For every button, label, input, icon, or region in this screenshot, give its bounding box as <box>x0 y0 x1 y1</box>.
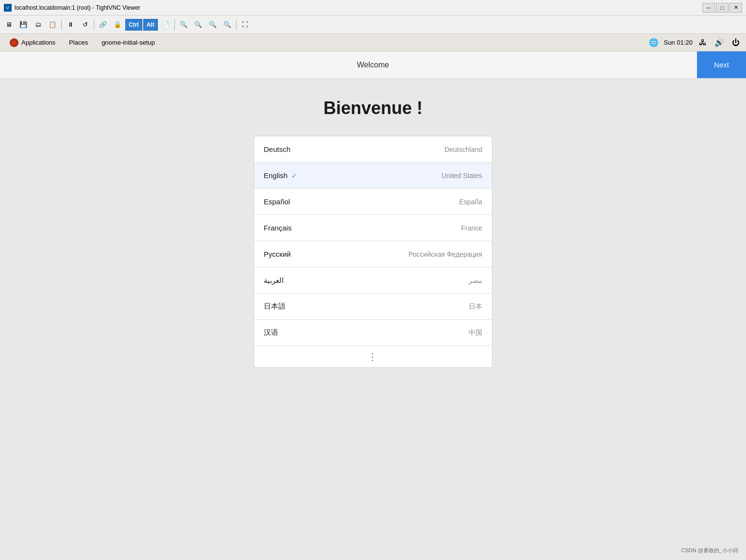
header-bar: Welcome Next <box>0 51 746 79</box>
toolbar-btn-1[interactable]: 🖥 <box>2 18 16 32</box>
menubar-right: 🌐 Sun 01:20 🖧 🔊 ⏻ <box>647 36 742 49</box>
language-row[interactable]: EspañolEspaña <box>254 189 492 215</box>
language-name: 日本語 <box>264 302 286 311</box>
places-label: Places <box>69 39 88 46</box>
language-list: DeutschDeutschlandEnglish ✓United States… <box>254 136 492 368</box>
zoom-in-button[interactable]: 🔍 <box>177 18 190 32</box>
language-name: English ✓ <box>264 171 297 180</box>
separator-4 <box>236 19 237 30</box>
language-region: España <box>459 198 482 206</box>
language-row[interactable]: РусскийРоссийская Федерация <box>254 241 492 267</box>
close-button[interactable]: ✕ <box>729 3 742 13</box>
menubar: Applications Places gnome-initial-setup … <box>0 34 746 51</box>
language-row[interactable]: FrançaisFrance <box>254 215 492 241</box>
globe-icon[interactable]: 🌐 <box>647 36 660 49</box>
language-row[interactable]: 日本語日本 <box>254 294 492 320</box>
separator-2 <box>94 19 94 30</box>
toolbar: 🖥 💾 🗂 📋 ⏸ ↺ 🔗 🔒 Ctrl Alt 📄 🔍 🔍 🔍 🔍 ⛶ <box>0 16 746 34</box>
header-title: Welcome <box>357 61 389 69</box>
language-name: Español <box>264 198 290 206</box>
zoom-out-button[interactable]: 🔍 <box>191 18 205 32</box>
refresh-button[interactable]: ↺ <box>78 18 92 32</box>
ctrl-button[interactable]: Ctrl <box>125 19 142 31</box>
language-region: United States <box>441 172 482 180</box>
next-button[interactable]: Next <box>697 51 746 78</box>
clipboard-button[interactable]: 📄 <box>159 18 172 32</box>
main-content: Bienvenue ! DeutschDeutschlandEnglish ✓U… <box>0 79 746 560</box>
watermark: CSDN @勇敢的_小小邱 <box>681 547 738 554</box>
fullscreen-button[interactable]: ⛶ <box>238 18 252 32</box>
window-title: localhost.localdomain:1 (root) - TightVN… <box>15 4 140 11</box>
welcome-heading: Bienvenue ! <box>323 98 423 118</box>
separator-3 <box>174 19 175 30</box>
volume-icon[interactable]: 🔊 <box>713 36 726 49</box>
language-region: Deutschland <box>444 146 482 153</box>
language-region: France <box>461 224 482 232</box>
inner-content: Welcome Next Bienvenue ! DeutschDeutschl… <box>0 51 746 560</box>
toolbar-btn-4[interactable]: 📋 <box>46 18 59 32</box>
maximize-button[interactable]: □ <box>716 3 729 13</box>
clock: Sun 01:20 <box>664 39 693 46</box>
places-menu[interactable]: Places <box>63 37 94 48</box>
language-name: Deutsch <box>264 145 290 153</box>
language-name: 汉语 <box>264 328 278 337</box>
title-bar: V localhost.localdomain:1 (root) - Tight… <box>0 0 746 16</box>
applications-label: Applications <box>21 39 55 46</box>
apps-icon <box>10 38 18 47</box>
pause-button[interactable]: ⏸ <box>64 18 77 32</box>
language-region: 中国 <box>469 329 482 337</box>
app-icon: V <box>4 4 12 12</box>
language-row[interactable]: DeutschDeutschland <box>254 136 492 163</box>
setup-label: gnome-initial-setup <box>102 39 155 46</box>
setup-menu[interactable]: gnome-initial-setup <box>96 37 161 48</box>
language-region: 日本 <box>469 302 482 311</box>
zoom-reset-button[interactable]: 🔍 <box>220 18 234 32</box>
language-region: Российская Федерация <box>408 250 482 258</box>
language-name: العربية <box>264 276 284 285</box>
link-button[interactable]: 🔗 <box>96 18 110 32</box>
vnc-window: V localhost.localdomain:1 (root) - Tight… <box>0 0 746 560</box>
lock-button[interactable]: 🔒 <box>111 18 124 32</box>
toolbar-btn-2[interactable]: 💾 <box>17 18 30 32</box>
language-name: Русский <box>264 250 291 258</box>
network-icon[interactable]: 🖧 <box>696 36 709 49</box>
language-row[interactable]: العربيةمصر <box>254 267 492 294</box>
language-region: مصر <box>469 277 482 284</box>
language-name: Français <box>264 224 292 232</box>
alt-button[interactable]: Alt <box>143 19 158 31</box>
power-icon[interactable]: ⏻ <box>729 36 742 49</box>
selected-checkmark: ✓ <box>291 172 297 180</box>
separator-1 <box>61 19 62 30</box>
toolbar-btn-3[interactable]: 🗂 <box>31 18 45 32</box>
language-row[interactable]: 汉语中国 <box>254 320 492 346</box>
zoom-fit-button[interactable]: 🔍 <box>206 18 220 32</box>
minimize-button[interactable]: ─ <box>702 3 715 13</box>
applications-menu[interactable]: Applications <box>4 36 61 49</box>
more-languages-button[interactable]: ⋮ <box>254 346 492 367</box>
language-row[interactable]: English ✓United States <box>254 163 492 189</box>
